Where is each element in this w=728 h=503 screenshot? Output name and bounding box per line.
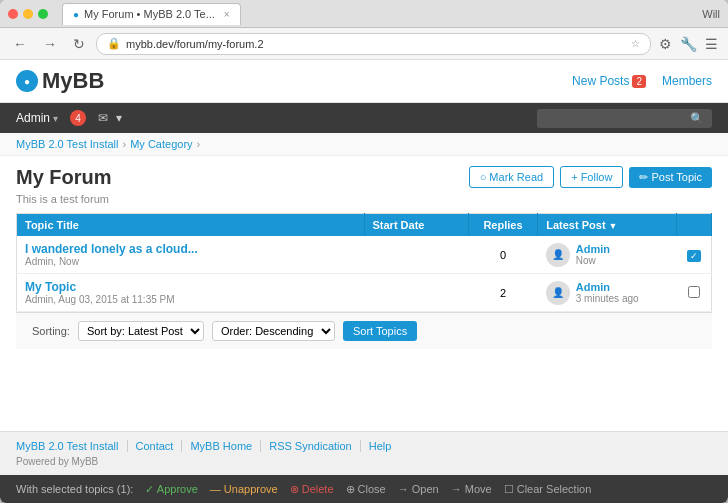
admin-bar: Admin ▾ 4 ✉ ▾ 🔍	[0, 103, 728, 133]
forward-button[interactable]: →	[38, 34, 62, 54]
logo-text: MyBB	[42, 68, 104, 94]
post-topic-label: Post Topic	[651, 171, 702, 183]
address-text: mybb.dev/forum/my-forum.2	[126, 38, 264, 50]
post-topic-button[interactable]: ✏ Post Topic	[629, 167, 712, 188]
footer-link-rss[interactable]: RSS Syndication	[261, 440, 361, 452]
clear-selection-action[interactable]: ☐ Clear Selection	[504, 483, 592, 496]
sorting-bar: Sorting: Sort by: Latest Post Order: Des…	[16, 312, 712, 349]
topic-meta-1: Admin, Now	[25, 256, 356, 267]
latest-post-user-2[interactable]: Admin	[576, 281, 639, 293]
search-icon: 🔍	[690, 112, 704, 125]
logo-icon: ●	[16, 70, 38, 92]
unread-indicator-1: ✓	[687, 250, 701, 262]
admin-notification-badge[interactable]: 4	[70, 110, 86, 126]
sort-topics-button[interactable]: Sort Topics	[343, 321, 417, 341]
browser-toolbar: ← → ↻ 🔒 mybb.dev/forum/my-forum.2 ☆ ⚙ 🔧 …	[0, 28, 728, 60]
th-start-date: Start Date	[364, 214, 468, 237]
latest-post-time-1: Now	[576, 255, 610, 266]
breadcrumb: MyBB 2.0 Test Install › My Category ›	[0, 133, 728, 156]
members-label: Members	[662, 74, 712, 88]
latest-post-info-2: Admin 3 minutes ago	[576, 281, 639, 304]
footer-link-mybbhome[interactable]: MyBB Home	[182, 440, 261, 452]
topic-title-cell: I wandered lonely as a cloud... Admin, N…	[17, 236, 365, 274]
follow-label: + Follow	[571, 171, 612, 183]
th-checkbox	[677, 214, 712, 237]
latest-post-cell-1: 👤 Admin Now	[538, 236, 677, 274]
address-icons: ☆	[631, 38, 640, 49]
message-arrow-icon: ▾	[116, 111, 122, 125]
topic-link-1[interactable]: I wandered lonely as a cloud...	[25, 242, 198, 256]
forum-title: My Forum	[16, 166, 112, 189]
refresh-button[interactable]: ↻	[68, 34, 90, 54]
table-row: My Topic Admin, Aug 03, 2015 at 11:35 PM…	[17, 274, 712, 312]
address-bar[interactable]: 🔒 mybb.dev/forum/my-forum.2 ☆	[96, 33, 651, 55]
follow-button[interactable]: + Follow	[560, 166, 623, 188]
th-latest-post[interactable]: Latest Post ▼	[538, 214, 677, 237]
admin-name-label: Admin	[16, 111, 50, 125]
forum-title-row: My Forum ○ Mark Read + Follow ✏ Post Top…	[16, 166, 712, 189]
settings-icon[interactable]: ⚙	[657, 34, 674, 54]
table-row: I wandered lonely as a cloud... Admin, N…	[17, 236, 712, 274]
sort-arrow-icon: ▼	[609, 221, 618, 231]
avatar-1: 👤	[546, 243, 570, 267]
tab-close-icon[interactable]: ×	[224, 9, 230, 20]
open-action[interactable]: → Open	[398, 483, 439, 495]
page-content: ● MyBB New Posts 2 Members Admin ▾ 4 ✉	[0, 60, 728, 503]
breadcrumb-category[interactable]: My Category	[130, 138, 192, 150]
forum-actions: ○ Mark Read + Follow ✏ Post Topic	[469, 166, 712, 188]
topic-link-2[interactable]: My Topic	[25, 280, 76, 294]
mark-read-label: Mark Read	[489, 171, 543, 183]
latest-post-user-1[interactable]: Admin	[576, 243, 610, 255]
breadcrumb-sep-1: ›	[123, 138, 127, 150]
latest-post-avatar-row-1: 👤 Admin Now	[546, 243, 669, 267]
search-input[interactable]	[545, 112, 685, 124]
latest-post-avatar-row-2: 👤 Admin 3 minutes ago	[546, 281, 669, 305]
bookmark-icon[interactable]: ☆	[631, 38, 640, 49]
browser-user-label: Will	[702, 8, 720, 20]
th-topic-title: Topic Title	[17, 214, 365, 237]
maximize-window-button[interactable]	[38, 9, 48, 19]
sort-by-select[interactable]: Sort by: Latest Post	[78, 321, 204, 341]
footer-link-help[interactable]: Help	[361, 440, 400, 452]
move-action[interactable]: → Move	[451, 483, 492, 495]
admin-menu[interactable]: Admin ▾	[16, 111, 58, 125]
approve-action[interactable]: ✓ Approve	[145, 483, 197, 496]
topic-meta-2: Admin, Aug 03, 2015 at 11:35 PM	[25, 294, 356, 305]
site-logo: ● MyBB	[16, 68, 104, 94]
unapprove-action[interactable]: — Unapprove	[210, 483, 278, 495]
topic-title-cell-2: My Topic Admin, Aug 03, 2015 at 11:35 PM	[17, 274, 365, 312]
new-posts-badge: 2	[632, 75, 646, 88]
breadcrumb-install[interactable]: MyBB 2.0 Test Install	[16, 138, 119, 150]
forum-description: This is a test forum	[16, 193, 712, 205]
message-icon[interactable]: ✉	[98, 111, 108, 125]
footer-link-contact[interactable]: Contact	[128, 440, 183, 452]
tab-title: My Forum • MyBB 2.0 Te...	[84, 8, 215, 20]
order-select[interactable]: Order: Descending	[212, 321, 335, 341]
circle-icon: ○	[480, 171, 487, 183]
latest-post-time-2: 3 minutes ago	[576, 293, 639, 304]
footer-link-install[interactable]: MyBB 2.0 Test Install	[16, 440, 128, 452]
menu-icon[interactable]: ☰	[703, 34, 720, 54]
site-header: ● MyBB New Posts 2 Members	[0, 60, 728, 103]
row-checkbox-2[interactable]	[688, 286, 700, 298]
traffic-lights	[8, 9, 48, 19]
breadcrumb-sep-2: ›	[197, 138, 201, 150]
admin-icons: ✉ ▾	[98, 111, 122, 125]
browser-titlebar: ● My Forum • MyBB 2.0 Te... × Will	[0, 0, 728, 28]
members-link[interactable]: Members	[662, 74, 712, 88]
browser-tab[interactable]: ● My Forum • MyBB 2.0 Te... ×	[62, 3, 241, 25]
new-posts-link[interactable]: New Posts 2	[572, 74, 646, 88]
new-posts-label: New Posts	[572, 74, 629, 88]
tab-favicon: ●	[73, 9, 79, 20]
close-action[interactable]: ⊕ Close	[346, 483, 386, 496]
forum-content: My Forum ○ Mark Read + Follow ✏ Post Top…	[0, 156, 728, 431]
minimize-window-button[interactable]	[23, 9, 33, 19]
secure-icon: 🔒	[107, 37, 121, 50]
start-date-cell-1	[364, 236, 468, 274]
close-window-button[interactable]	[8, 9, 18, 19]
mark-read-button[interactable]: ○ Mark Read	[469, 166, 554, 188]
back-button[interactable]: ←	[8, 34, 32, 54]
th-replies: Replies	[468, 214, 538, 237]
extensions-icon[interactable]: 🔧	[678, 34, 699, 54]
delete-action[interactable]: ⊗ Delete	[290, 483, 334, 496]
